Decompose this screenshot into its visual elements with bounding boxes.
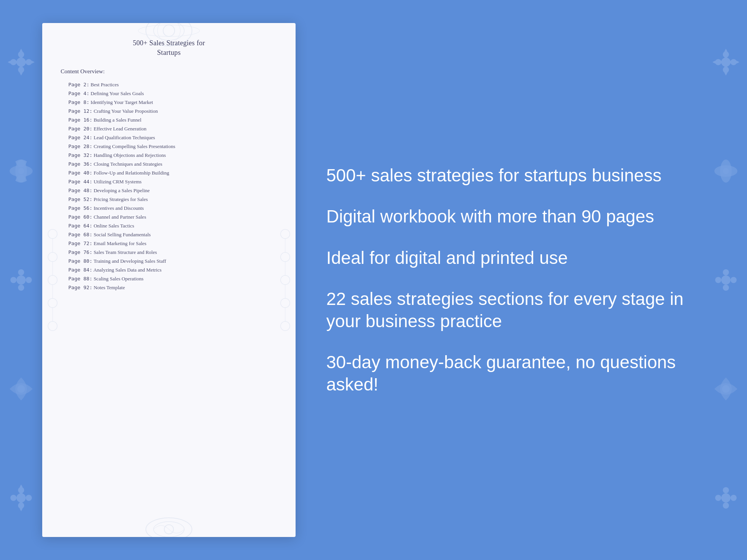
toc-item: Page 12: Crafting Your Value Proposition [61, 107, 277, 115]
toc-item: Page 84: Analyzing Sales Data and Metric… [61, 265, 277, 274]
toc-item: Page 40: Follow-Up and Relationship Buil… [61, 168, 277, 177]
toc-item: Page 64: Online Sales Tactics [61, 221, 277, 230]
svg-point-8 [18, 269, 24, 275]
info-bullet-5: 30-day money-back guarantee, no question… [326, 351, 693, 395]
doc-floral-left [43, 222, 62, 338]
svg-point-17 [26, 495, 32, 501]
toc-item: Page 80: Training and Developing Sales S… [61, 257, 277, 265]
toc-item: Page 72: Email Marketing for Sales [61, 239, 277, 248]
svg-point-53 [281, 275, 290, 285]
toc-item: Page 60: Channel and Partner Sales [61, 212, 277, 221]
svg-point-54 [281, 298, 290, 308]
svg-point-9 [18, 285, 24, 291]
toc-item: Page 48: Developing a Sales Pipeline [61, 186, 277, 195]
svg-point-44 [48, 275, 57, 285]
doc-floral-right [276, 222, 295, 338]
info-bullet-1: 500+ sales strategies for startups busin… [326, 165, 693, 187]
watermark-bottom [131, 514, 207, 537]
info-bullet-2: Digital workbook with more than 90 pages [326, 206, 693, 228]
svg-point-41 [163, 25, 175, 36]
toc-item: Page 32: Handling Objections and Rejecti… [61, 151, 277, 160]
svg-point-16 [10, 495, 17, 501]
toc-item: Page 76: Sales Team Structure and Roles [61, 248, 277, 257]
toc-item: Page 88: Scaling Sales Operations [61, 274, 277, 283]
toc-item: Page 56: Incentives and Discounts [61, 204, 277, 212]
svg-point-42 [48, 229, 57, 239]
svg-point-38 [146, 23, 192, 46]
toc-item: Page 92: Notes Template [61, 283, 277, 292]
toc-item: Page 2: Best Practices [61, 80, 277, 89]
info-panel: 500+ sales strategies for startups busin… [311, 0, 747, 560]
svg-point-46 [48, 321, 57, 331]
toc-item: Page 8: Identifying Your Target Market [61, 98, 277, 107]
svg-point-7 [18, 168, 24, 174]
toc-list: Page 2: Best PracticesPage 4: Defining Y… [61, 80, 277, 292]
svg-point-10 [10, 277, 17, 283]
info-bullet-3: Ideal for digital and printed use [326, 247, 693, 269]
info-bullet-4: 22 sales strategies sections for every s… [326, 288, 693, 332]
svg-point-52 [281, 252, 290, 262]
toc-item: Page 44: Utilizing CRM Systems [61, 177, 277, 186]
svg-point-55 [281, 321, 290, 331]
toc-item: Page 4: Defining Your Sales Goals [61, 89, 277, 98]
toc-item: Page 36: Closing Techniques and Strategi… [61, 160, 277, 168]
svg-point-39 [154, 23, 184, 40]
document-panel: 500+ Sales Strategies for Startups Conte… [42, 23, 296, 537]
toc-item: Page 20: Effective Lead Generation [61, 124, 277, 133]
svg-point-40 [138, 25, 200, 36]
toc-item: Page 28: Creating Compelling Sales Prese… [61, 142, 277, 151]
toc-item: Page 16: Building a Sales Funnel [61, 115, 277, 124]
toc-item: Page 24: Lead Qualification Techniques [61, 133, 277, 142]
svg-point-43 [48, 252, 57, 262]
toc-header: Content Overview: [61, 68, 277, 75]
floral-left-border [0, 0, 42, 560]
watermark-top [131, 23, 207, 50]
svg-point-51 [281, 229, 290, 239]
svg-point-45 [48, 298, 57, 308]
svg-point-11 [26, 277, 32, 283]
toc-item: Page 68: Social Selling Fundamentals [61, 230, 277, 239]
toc-item: Page 52: Pricing Strategies for Sales [61, 195, 277, 204]
svg-point-13 [17, 385, 25, 393]
svg-point-12 [17, 275, 26, 285]
